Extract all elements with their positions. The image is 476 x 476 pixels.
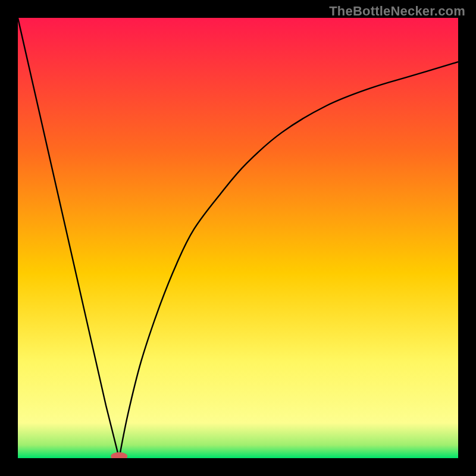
chart-plot bbox=[18, 18, 458, 458]
watermark-text: TheBottleNecker.com bbox=[329, 4, 465, 19]
gradient-background bbox=[18, 18, 458, 458]
chart-frame: TheBottleNecker.com bbox=[0, 0, 476, 476]
